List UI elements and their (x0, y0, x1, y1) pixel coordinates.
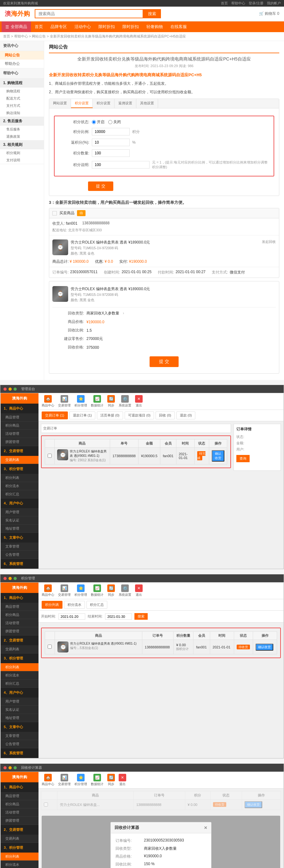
admin-nav2-group-buy[interactable]: 拼团管理 (1, 627, 38, 636)
nav-activity[interactable]: 活动中心 (71, 22, 95, 32)
icon-close[interactable]: ✕退出 (135, 395, 143, 408)
admin-nav2-points-summary[interactable]: 积分汇总 (1, 680, 38, 688)
recovery-confirm-btn[interactable]: 提 交 (149, 356, 179, 367)
icon2-trade[interactable]: 📊交易管理 (58, 584, 71, 597)
admin-nav2-points-list[interactable]: 积分列表 (1, 663, 38, 672)
admin-nav-id-verify[interactable]: 实名认证 (1, 517, 38, 525)
admin-nav-points-product[interactable]: 积分商品 (1, 422, 38, 430)
nav-home[interactable]: 首页 (31, 22, 47, 32)
form-input-return[interactable] (92, 138, 130, 146)
admin-nav3-group-buy[interactable]: 拼团管理 (1, 817, 38, 825)
icon2-settings[interactable]: ⚙️系统设置 (119, 584, 131, 597)
sidebar-item-help-office[interactable]: 帮助办公 (0, 60, 44, 68)
form-submit-btn[interactable]: 提 交 (88, 182, 113, 191)
icon2-stats[interactable]: 📈数据统计 (91, 584, 104, 597)
icon-trade[interactable]: 📊交易管理 (58, 395, 71, 408)
tab-points-settings[interactable]: 积分设置 (71, 99, 93, 108)
tab-rebate-settings[interactable]: 返佣设置 (115, 99, 136, 108)
admin-nav3-trade-list[interactable]: 交易列表 (1, 835, 38, 843)
tab-site-settings[interactable]: 网站设置 (49, 99, 71, 108)
admin-nav3-points-list[interactable]: 积分列表 (1, 852, 38, 861)
breadcrumb-help[interactable]: 帮助中心 (14, 34, 28, 38)
admin-tab-pages[interactable]: 活页单据 (0) (97, 411, 123, 420)
admin-nav2-points-product[interactable]: 积分商品 (1, 611, 38, 619)
form-input-desc[interactable] (92, 161, 149, 168)
admin2-tab-deduct[interactable]: 积分汇总 (86, 601, 107, 609)
radio-close[interactable]: 关闭 (108, 119, 121, 125)
row2-checkbox[interactable] (48, 645, 52, 649)
admin-nav-points-summary[interactable]: 积分汇总 (1, 490, 38, 498)
admin-nav3-points-flow[interactable]: 积分流水 (1, 861, 38, 868)
admin-tab-recovery[interactable]: 回收 (0) (155, 411, 175, 420)
sidebar-sub-payment[interactable]: 支付方式 (0, 102, 44, 109)
modal-close-btn[interactable]: ✕ (204, 826, 207, 830)
nav-brand[interactable]: 品牌专区 (47, 22, 71, 32)
admin-nav3-product-mgmt[interactable]: 商品管理 (1, 792, 38, 800)
sidebar-sub-purchase-tips[interactable]: 购达须知 (0, 109, 44, 117)
nav-flash[interactable]: 限时折扣 (119, 22, 143, 32)
sidebar-sub-process[interactable]: 购物流程 (0, 88, 44, 95)
admin2-tab-all[interactable]: 积分列表 (41, 601, 62, 609)
top-link-login[interactable]: 登录/注册 (249, 1, 263, 5)
search-btn[interactable]: 搜索 (135, 613, 148, 620)
action-confirm[interactable]: 确认收货 (212, 450, 224, 462)
admin-tab-refund[interactable]: 退款订单 (1) (69, 411, 95, 420)
sidebar-sub-pay-explain[interactable]: 支付说明 (0, 157, 44, 164)
icon-shop[interactable]: 🏠商品中心 (41, 395, 54, 408)
sidebar-sub-delivery[interactable]: 配送方式 (0, 95, 44, 102)
icon2-shop[interactable]: 🏠商品中心 (41, 584, 54, 597)
admin-nav2-points-flow[interactable]: 积分流水 (1, 672, 38, 680)
icon3-close[interactable]: ✕退出 (119, 774, 126, 786)
icon2-close[interactable]: ✕退出 (135, 584, 143, 597)
admin-nav2-article[interactable]: 文章管理 (1, 732, 38, 740)
admin-nav-group-buy[interactable]: 拼团管理 (1, 438, 38, 446)
admin2-tab-add[interactable]: 积分流水 (64, 601, 85, 609)
admin-nav-address[interactable]: 地址管理 (1, 525, 38, 533)
sidebar-sub-return[interactable]: 退换政策 (0, 133, 44, 140)
admin-nav2-id-verify[interactable]: 实名认证 (1, 706, 38, 714)
admin-tab-refundable[interactable]: 可退款项目 (0) (125, 411, 154, 420)
detail-query-btn[interactable]: 查询 (236, 455, 250, 462)
breadcrumb-announce[interactable]: 网站公告 (32, 34, 46, 38)
search-end-input[interactable] (105, 613, 132, 620)
tab-points-settings2[interactable]: 积分设置 (93, 99, 115, 108)
admin-nav-trade-list[interactable]: 交易列表 (1, 456, 38, 464)
icon3-trade[interactable]: 📊交易管理 (58, 774, 71, 786)
admin-nav2-address[interactable]: 地址管理 (1, 714, 38, 722)
icon-settings[interactable]: ⚙️系统设置 (119, 395, 131, 408)
admin-nav2-product-mgmt[interactable]: 商品管理 (1, 603, 38, 611)
top-link-help[interactable]: 帮助中心 (231, 1, 245, 5)
admin-nav2-activity[interactable]: 活动管理 (1, 619, 38, 627)
admin-nav-user-mgmt[interactable]: 用户管理 (1, 508, 38, 517)
nav-limited[interactable]: 限时折扣 (95, 22, 119, 32)
nav-service[interactable]: 在线客服 (167, 22, 191, 32)
icon3-stats[interactable]: 📈数据统计 (91, 774, 104, 786)
breadcrumb-home[interactable]: 首页 (3, 34, 10, 38)
icon3-sync[interactable]: 🔄同步 (107, 774, 115, 786)
admin-tab-refund2[interactable]: 退款 (0) (176, 411, 196, 420)
admin-nav-points-list[interactable]: 积分列表 (1, 474, 38, 482)
admin-tab-trade[interactable]: 交易订单 (1) (41, 411, 68, 420)
action2-confirm[interactable]: 确认收货 (256, 644, 273, 651)
icon3-points[interactable]: ⭐积分管理 (75, 774, 87, 786)
admin-nav3-points-product[interactable]: 积分商品 (1, 800, 38, 808)
form-input-qty[interactable] (92, 149, 130, 157)
icon2-sync[interactable]: 🔄同步 (107, 584, 115, 597)
admin-nav-announce[interactable]: 公告管理 (1, 551, 38, 559)
admin-nav3-activity[interactable]: 活动管理 (1, 808, 38, 817)
admin-nav2-user-mgmt[interactable]: 用户管理 (1, 698, 38, 706)
admin-nav-points-flow[interactable]: 积分流水 (1, 482, 38, 490)
icon2-points[interactable]: ⭐积分管理 (75, 584, 87, 597)
icon3-shop[interactable]: 🏠商品中心 (41, 774, 54, 786)
admin-nav-article[interactable]: 文章管理 (1, 542, 38, 551)
product-action[interactable]: 发起回收 (262, 240, 276, 244)
sidebar-sub-aftersale[interactable]: 售后服务 (0, 126, 44, 133)
search-input[interactable] (35, 9, 143, 18)
admin-nav2-announce[interactable]: 公告管理 (1, 740, 38, 748)
cart-icon[interactable]: 🛒 购物车 0 (259, 11, 279, 17)
radio-open[interactable]: 开启 (92, 119, 105, 125)
icon-stats[interactable]: 📈数据统计 (91, 395, 104, 408)
admin-nav-product-mgmt[interactable]: 商品管理 (1, 413, 38, 422)
order-checkbox[interactable] (52, 211, 57, 216)
sidebar-item-announce[interactable]: 网站公告 (0, 51, 44, 60)
